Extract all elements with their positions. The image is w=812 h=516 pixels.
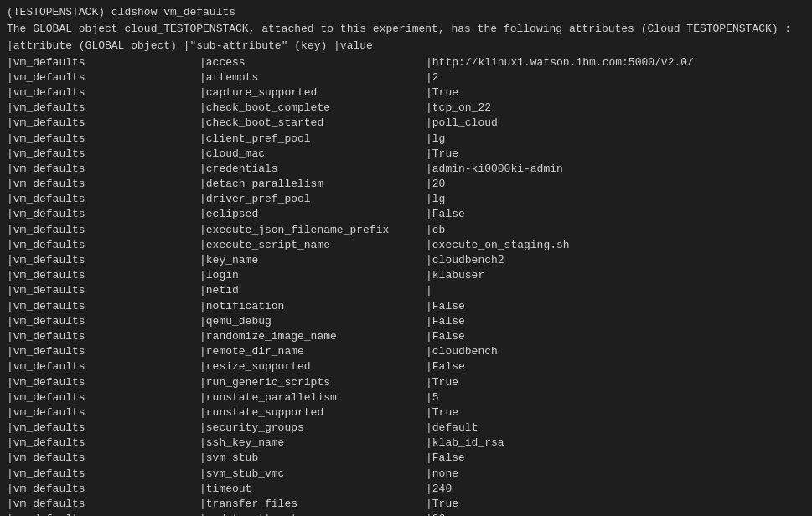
table-row: |vm_defaults|runstate_parallelism|5 [7,390,805,405]
value-col: |36 [426,512,445,516]
value-col: |False [426,314,465,329]
subattribute-col: |execute_json_filename_prefix [199,223,426,238]
table-row: |vm_defaults|execute_script_name|execute… [7,238,805,253]
attribute-col: |vm_defaults [7,451,199,466]
header-line: The GLOBAL object cloud_TESTOPENSTACK, a… [7,22,805,37]
subattribute-col: |resize_supported [199,359,426,374]
subattribute-col: |svm_stub_vmc [199,467,426,482]
attribute-col: |vm_defaults [7,359,199,374]
table-row: |vm_defaults|execute_json_filename_prefi… [7,223,805,238]
subattribute-col: |runstate_supported [199,405,426,421]
attribute-col: |vm_defaults [7,101,199,116]
attribute-col: |vm_defaults [7,253,199,268]
attribute-col: |vm_defaults [7,344,199,359]
subattribute-col: |svm_stub [199,451,426,466]
data-rows: |vm_defaults|access|http://klinux1.watso… [7,55,805,516]
value-col: |poll_cloud [426,116,498,131]
table-row: |vm_defaults|key_name|cloudbench2 [7,253,805,268]
value-col: |True [426,85,458,101]
subattribute-col: |login [199,268,426,283]
subattribute-col: |ssh_key_name [199,436,426,451]
subattribute-col: |execute_script_name [199,238,426,253]
value-col: |True [426,497,458,512]
value-col: |False [426,207,465,222]
table-row: |vm_defaults|client_pref_pool|lg [7,132,805,147]
attribute-col: |vm_defaults [7,132,199,147]
value-col: |lg [426,192,445,207]
attribute-col: |vm_defaults [7,314,199,329]
subattribute-col: |transfer_files [199,497,426,512]
table-row: |vm_defaults|randomize_image_name|False [7,329,805,344]
attribute-col: |vm_defaults [7,283,199,298]
table-row: |vm_defaults|check_boot_complete|tcp_on_… [7,101,805,116]
attribute-col: |vm_defaults [7,238,199,253]
attribute-col: |vm_defaults [7,375,199,390]
attribute-col: |vm_defaults [7,390,199,405]
attribute-col: |vm_defaults [7,329,199,344]
table-row: |vm_defaults|transfer_files|True [7,497,805,512]
table-row: |vm_defaults|security_groups|default [7,421,805,436]
attribute-col: |vm_defaults [7,116,199,131]
table-row: |vm_defaults|run_generic_scripts|True [7,375,805,390]
value-col: |default [426,421,478,436]
subattribute-col: |key_name [199,253,426,268]
attribute-col: |vm_defaults [7,512,199,516]
subattribute-col: |capture_supported [199,85,426,101]
value-col: |cb [426,223,445,238]
table-row: |vm_defaults|detach_parallelism|20 [7,177,805,192]
attribute-col: |vm_defaults [7,207,199,222]
table-row: |vm_defaults|netid| [7,283,805,298]
attribute-col: |vm_defaults [7,55,199,70]
value-col: |klabuser [426,268,484,283]
subattribute-col: |run_generic_scripts [199,375,426,390]
subattribute-col: |detach_parallelism [199,177,426,192]
table-row: |vm_defaults|remote_dir_name|cloudbench [7,344,805,359]
attribute-col: |vm_defaults [7,497,199,512]
table-row: |vm_defaults|credentials|admin-ki0000ki-… [7,162,805,177]
attribute-col: |vm_defaults [7,192,199,207]
terminal-window: (TESTOPENSTACK) cldshow vm_defaults The … [3,3,809,516]
table-row: |vm_defaults|ssh_key_name|klab_id_rsa [7,436,805,451]
table-row: |vm_defaults|svm_stub|False [7,451,805,466]
subattribute-col: |check_boot_complete [199,101,426,116]
value-col: |cloudbench2 [426,253,504,268]
attribute-col: |vm_defaults [7,268,199,283]
value-col: |240 [426,482,452,497]
value-col: |none [426,467,458,482]
subattribute-col: |qemu_debug [199,314,426,329]
subattribute-col: |driver_pref_pool [199,192,426,207]
table-row: |vm_defaults|check_boot_started|poll_clo… [7,116,805,131]
table-row: |vm_defaults|cloud_mac|True [7,147,805,162]
value-col: |20 [426,177,445,192]
subattribute-col: |credentials [199,162,426,177]
value-col: |False [426,329,465,344]
table-row: |vm_defaults|timeout|240 [7,482,805,497]
command-line: (TESTOPENSTACK) cldshow vm_defaults [7,5,805,20]
attribute-col: |vm_defaults [7,85,199,101]
subattribute-col: |access [199,55,426,70]
value-col: |True [426,405,458,421]
subattribute-col: |security_groups [199,421,426,436]
subattribute-col: |netid [199,283,426,298]
col-header-text: |attribute (GLOBAL object) |"sub-attribu… [7,39,373,52]
subattribute-col: |update_attempts [199,512,426,516]
table-row: |vm_defaults|login|klabuser [7,268,805,283]
attribute-col: |vm_defaults [7,147,199,162]
subattribute-col: |notification [199,299,426,314]
attribute-col: |vm_defaults [7,436,199,451]
table-row: |vm_defaults|qemu_debug|False [7,314,805,329]
value-col: | [426,283,432,298]
value-col: |lg [426,132,445,147]
subattribute-col: |remote_dir_name [199,344,426,359]
attribute-col: |vm_defaults [7,405,199,421]
table-row: |vm_defaults|driver_pref_pool|lg [7,192,805,207]
attribute-col: |vm_defaults [7,421,199,436]
table-row: |vm_defaults|notification|False [7,299,805,314]
table-row: |vm_defaults|eclipsed|False [7,207,805,222]
table-row: |vm_defaults|svm_stub_vmc|none [7,467,805,482]
column-headers: |attribute (GLOBAL object) |"sub-attribu… [7,39,805,54]
attribute-col: |vm_defaults [7,223,199,238]
subattribute-col: |check_boot_started [199,116,426,131]
value-col: |5 [426,390,439,405]
subattribute-col: |runstate_parallelism [199,390,426,405]
